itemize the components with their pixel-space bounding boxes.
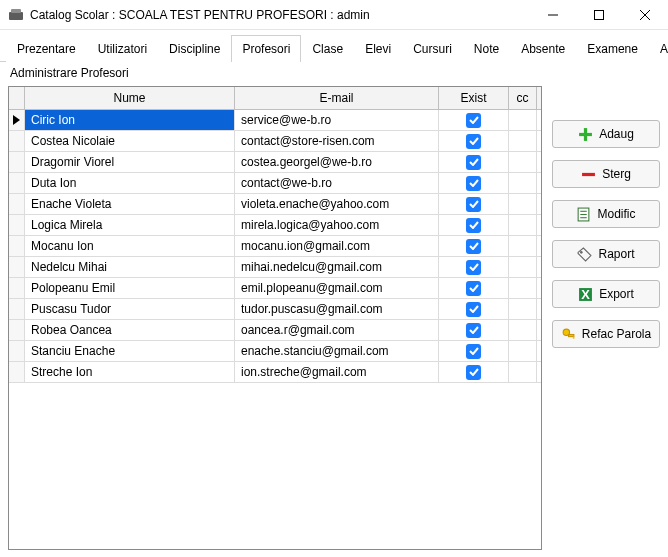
reset-password-button[interactable]: Refac Parola bbox=[552, 320, 660, 348]
col-email[interactable]: E-mail bbox=[235, 87, 439, 109]
cell-exist[interactable] bbox=[439, 131, 509, 151]
cell-email[interactable]: service@we-b.ro bbox=[235, 110, 439, 130]
tab-prezentare[interactable]: Prezentare bbox=[6, 35, 87, 62]
tab-elevi[interactable]: Elevi bbox=[354, 35, 402, 62]
cell-email[interactable]: contact@we-b.ro bbox=[235, 173, 439, 193]
tab-absente[interactable]: Absente bbox=[510, 35, 576, 62]
checkbox-checked-icon[interactable] bbox=[466, 176, 481, 191]
tab-note[interactable]: Note bbox=[463, 35, 510, 62]
cell-nume[interactable]: Polopeanu Emil bbox=[25, 278, 235, 298]
cell-nume[interactable]: Duta Ion bbox=[25, 173, 235, 193]
cell-nume[interactable]: Mocanu Ion bbox=[25, 236, 235, 256]
report-button[interactable]: Raport bbox=[552, 240, 660, 268]
checkbox-checked-icon[interactable] bbox=[466, 155, 481, 170]
tab-examene[interactable]: Examene bbox=[576, 35, 649, 62]
add-button[interactable]: Adaug bbox=[552, 120, 660, 148]
tab-profesori[interactable]: Profesori bbox=[231, 35, 301, 62]
checkbox-checked-icon[interactable] bbox=[466, 365, 481, 380]
cell-exist[interactable] bbox=[439, 110, 509, 130]
maximize-button[interactable] bbox=[576, 0, 622, 30]
table-row[interactable]: Mocanu Ionmocanu.ion@gmail.com bbox=[9, 236, 541, 257]
cell-nume[interactable]: Robea Oancea bbox=[25, 320, 235, 340]
col-exist[interactable]: Exist bbox=[439, 87, 509, 109]
cell-cc[interactable] bbox=[509, 278, 537, 298]
cell-email[interactable]: oancea.r@gmail.com bbox=[235, 320, 439, 340]
col-nume[interactable]: Nume bbox=[25, 87, 235, 109]
cell-cc[interactable] bbox=[509, 194, 537, 214]
cell-cc[interactable] bbox=[509, 257, 537, 277]
cell-cc[interactable] bbox=[509, 320, 537, 340]
export-button[interactable]: X Export bbox=[552, 280, 660, 308]
cell-email[interactable]: emil.plopeanu@gmail.com bbox=[235, 278, 439, 298]
cell-exist[interactable] bbox=[439, 194, 509, 214]
table-row[interactable]: Dragomir Viorelcostea.georgel@we-b.ro bbox=[9, 152, 541, 173]
cell-exist[interactable] bbox=[439, 236, 509, 256]
cell-email[interactable]: violeta.enache@yahoo.com bbox=[235, 194, 439, 214]
close-button[interactable] bbox=[622, 0, 668, 30]
cell-exist[interactable] bbox=[439, 215, 509, 235]
checkbox-checked-icon[interactable] bbox=[466, 239, 481, 254]
table-row[interactable]: Nedelcu Mihaimihai.nedelcu@gmail.com bbox=[9, 257, 541, 278]
checkbox-checked-icon[interactable] bbox=[466, 113, 481, 128]
grid-body[interactable]: Ciric Ionservice@we-b.roCostea Nicolaiec… bbox=[9, 110, 541, 549]
checkbox-checked-icon[interactable] bbox=[466, 260, 481, 275]
cell-nume[interactable]: Enache Violeta bbox=[25, 194, 235, 214]
cell-cc[interactable] bbox=[509, 152, 537, 172]
checkbox-checked-icon[interactable] bbox=[466, 344, 481, 359]
checkbox-checked-icon[interactable] bbox=[466, 323, 481, 338]
cell-nume[interactable]: Stanciu Enache bbox=[25, 341, 235, 361]
cell-cc[interactable] bbox=[509, 236, 537, 256]
cell-exist[interactable] bbox=[439, 362, 509, 382]
delete-button[interactable]: Sterg bbox=[552, 160, 660, 188]
table-row[interactable]: Logica Mirelamirela.logica@yahoo.com bbox=[9, 215, 541, 236]
cell-cc[interactable] bbox=[509, 299, 537, 319]
tab-utilizatori[interactable]: Utilizatori bbox=[87, 35, 158, 62]
col-cc[interactable]: cc bbox=[509, 87, 537, 109]
cell-cc[interactable] bbox=[509, 173, 537, 193]
table-row[interactable]: Duta Ioncontact@we-b.ro bbox=[9, 173, 541, 194]
cell-email[interactable]: contact@store-risen.com bbox=[235, 131, 439, 151]
cell-email[interactable]: tudor.puscasu@gmail.com bbox=[235, 299, 439, 319]
cell-cc[interactable] bbox=[509, 341, 537, 361]
cell-nume[interactable]: Ciric Ion bbox=[25, 110, 235, 130]
cell-cc[interactable] bbox=[509, 215, 537, 235]
cell-cc[interactable] bbox=[509, 131, 537, 151]
checkbox-checked-icon[interactable] bbox=[466, 197, 481, 212]
table-row[interactable]: Costea Nicolaiecontact@store-risen.com bbox=[9, 131, 541, 152]
cell-cc[interactable] bbox=[509, 110, 537, 130]
minimize-button[interactable] bbox=[530, 0, 576, 30]
checkbox-checked-icon[interactable] bbox=[466, 281, 481, 296]
table-row[interactable]: Streche Ionion.streche@gmail.com bbox=[9, 362, 541, 383]
cell-exist[interactable] bbox=[439, 257, 509, 277]
cell-email[interactable]: costea.georgel@we-b.ro bbox=[235, 152, 439, 172]
professors-grid[interactable]: Nume E-mail Exist cc Ciric Ionservice@we… bbox=[8, 86, 542, 550]
cell-nume[interactable]: Logica Mirela bbox=[25, 215, 235, 235]
table-row[interactable]: Robea Oanceaoancea.r@gmail.com bbox=[9, 320, 541, 341]
tab-audit[interactable]: Audit bbox=[649, 35, 668, 62]
checkbox-checked-icon[interactable] bbox=[466, 134, 481, 149]
table-row[interactable]: Stanciu Enacheenache.stanciu@gmail.com bbox=[9, 341, 541, 362]
cell-email[interactable]: mirela.logica@yahoo.com bbox=[235, 215, 439, 235]
table-row[interactable]: Puscasu Tudortudor.puscasu@gmail.com bbox=[9, 299, 541, 320]
cell-nume[interactable]: Streche Ion bbox=[25, 362, 235, 382]
modify-button[interactable]: Modific bbox=[552, 200, 660, 228]
cell-exist[interactable] bbox=[439, 173, 509, 193]
cell-email[interactable]: mocanu.ion@gmail.com bbox=[235, 236, 439, 256]
cell-nume[interactable]: Costea Nicolaie bbox=[25, 131, 235, 151]
cell-exist[interactable] bbox=[439, 341, 509, 361]
cell-exist[interactable] bbox=[439, 320, 509, 340]
table-row[interactable]: Polopeanu Emilemil.plopeanu@gmail.com bbox=[9, 278, 541, 299]
cell-cc[interactable] bbox=[509, 362, 537, 382]
cell-exist[interactable] bbox=[439, 152, 509, 172]
cell-exist[interactable] bbox=[439, 299, 509, 319]
checkbox-checked-icon[interactable] bbox=[466, 302, 481, 317]
tab-cursuri[interactable]: Cursuri bbox=[402, 35, 463, 62]
tab-discipline[interactable]: Discipline bbox=[158, 35, 231, 62]
cell-nume[interactable]: Puscasu Tudor bbox=[25, 299, 235, 319]
cell-exist[interactable] bbox=[439, 278, 509, 298]
checkbox-checked-icon[interactable] bbox=[466, 218, 481, 233]
cell-nume[interactable]: Nedelcu Mihai bbox=[25, 257, 235, 277]
cell-email[interactable]: ion.streche@gmail.com bbox=[235, 362, 439, 382]
table-row[interactable]: Ciric Ionservice@we-b.ro bbox=[9, 110, 541, 131]
cell-nume[interactable]: Dragomir Viorel bbox=[25, 152, 235, 172]
